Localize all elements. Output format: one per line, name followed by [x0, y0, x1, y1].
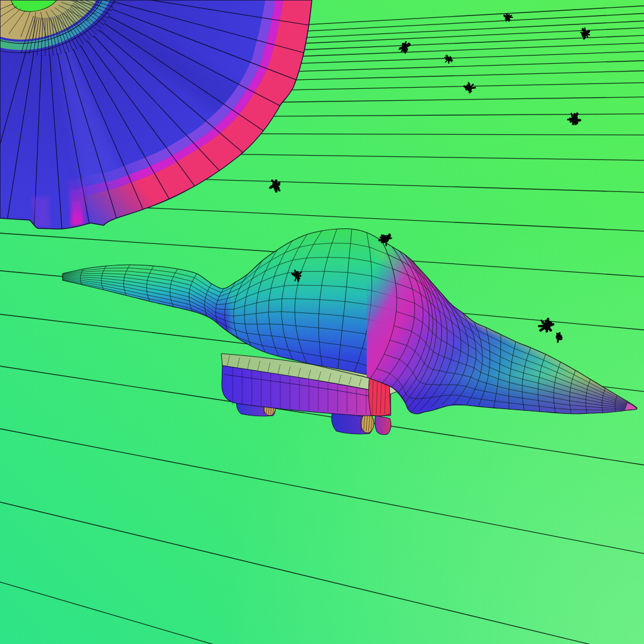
scene-3d-render	[0, 0, 644, 644]
base-foot-right	[375, 416, 391, 435]
render-viewport	[0, 0, 644, 644]
